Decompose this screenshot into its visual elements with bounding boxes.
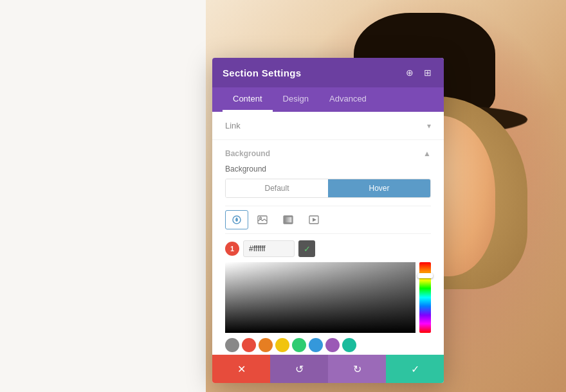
cancel-button[interactable]: ✕ (212, 355, 270, 383)
save-button[interactable]: ✓ (386, 355, 444, 383)
default-toggle-btn[interactable]: Default (226, 179, 328, 197)
background-label: Background (225, 165, 431, 174)
undo-button[interactable]: ↺ (270, 355, 328, 383)
section-settings-panel: Section Settings ⊕ ⊞ Content Design Adva… (212, 58, 444, 383)
image-type-btn[interactable] (251, 210, 274, 229)
swatch-yellow[interactable] (275, 338, 289, 352)
tab-advanced[interactable]: Advanced (319, 87, 377, 112)
color-type-btn[interactable] (225, 210, 248, 229)
swatch-green[interactable] (292, 338, 306, 352)
tab-content[interactable]: Content (223, 87, 273, 112)
swatch-red[interactable] (242, 338, 256, 352)
swatch-gray[interactable] (225, 338, 239, 352)
tab-design[interactable]: Design (273, 87, 319, 112)
link-chevron-icon: ▾ (427, 121, 431, 130)
svg-marker-6 (313, 218, 316, 222)
background-section: Background ▲ Background Default Hover (212, 140, 444, 355)
background-left (0, 0, 225, 392)
panel-body: Link ▾ Background ▲ Background Default H… (212, 112, 444, 355)
panel-title: Section Settings (223, 67, 301, 78)
swatch-teal[interactable] (342, 338, 356, 352)
color-picker-area: 1 ✓ (225, 240, 431, 355)
panel-tabs: Content Design Advanced (212, 87, 444, 112)
target-icon[interactable]: ⊕ (404, 67, 415, 78)
bg-type-row (225, 206, 431, 234)
action-bar: ✕ ↺ ↻ ✓ (212, 355, 444, 383)
background-section-title: Background ▲ (225, 149, 431, 158)
color-hex-input[interactable] (243, 240, 295, 257)
swatch-orange[interactable] (259, 338, 273, 352)
link-row[interactable]: Link ▾ (212, 112, 444, 140)
layout-icon[interactable]: ⊞ (422, 67, 434, 78)
color-input-row: 1 ✓ (225, 240, 431, 257)
hue-slider-thumb (417, 273, 433, 278)
swatches-row (225, 333, 431, 355)
background-collapse-icon[interactable]: ▲ (423, 149, 431, 158)
link-label: Link (225, 121, 241, 130)
background-title-text: Background (225, 149, 270, 158)
svg-rect-4 (284, 217, 292, 223)
panel-header: Section Settings ⊕ ⊞ (212, 58, 444, 87)
color-canvas[interactable] (225, 262, 431, 333)
gradient-area[interactable] (225, 262, 415, 333)
hue-slider[interactable] (419, 262, 431, 333)
video-type-btn[interactable] (302, 210, 325, 229)
swatch-purple[interactable] (325, 338, 340, 352)
redo-button[interactable]: ↻ (328, 355, 386, 383)
swatch-blue[interactable] (309, 338, 323, 352)
color-confirm-button[interactable]: ✓ (298, 240, 315, 257)
hover-toggle-btn[interactable]: Hover (328, 179, 430, 197)
color-badge: 1 (225, 242, 239, 256)
header-icons: ⊕ ⊞ (404, 67, 434, 78)
gradient-type-btn[interactable] (277, 210, 300, 229)
default-hover-toggle: Default Hover (225, 179, 431, 198)
